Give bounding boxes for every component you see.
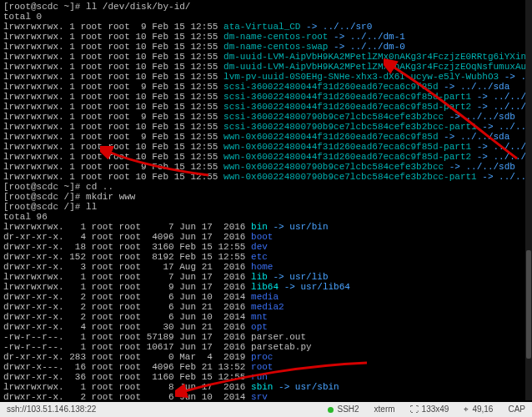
list-item: drwxr-xr-x. 18 root root 3160 Feb 15 12:… [3, 242, 251, 252]
device-name: scsi-3600224800790b9ce7lcbc584cefe3b2bcc [223, 112, 444, 122]
file-name: mnt [251, 312, 268, 322]
list-item: lrwxrwxrwx. 1 root root 8 Jun 17 2016 [3, 382, 251, 392]
symlink-target: -> ../../sda2 [471, 102, 532, 112]
list-item: drwxr-xr-x. 36 root root 1160 Feb 15 12:… [3, 372, 251, 382]
symlink-target: -> ../../sda1 [471, 142, 532, 152]
symlink-target: -> ../../dm-0 [328, 42, 404, 52]
device-name: dm-name-centos-root [223, 32, 328, 42]
status-caps[interactable]: CAP [506, 402, 527, 417]
device-name: wwn-0x600224800790b9ce7lcbc584cefe3b2bcc [223, 162, 444, 172]
list-item: drwxr-xr-x. 2 root root 6 Jun 10 2014 [3, 312, 251, 322]
terminal[interactable]: [root@scdc ~]# ll /dev/disk/by-id/ total… [0, 0, 532, 402]
symlink-target: -> ../../sdb1 [477, 172, 532, 182]
device-name: dm-name-centos-swap [223, 42, 328, 52]
symlink-target: -> ../../dm-1 [328, 32, 404, 42]
list-item: drwxr-x---. 16 root root 4096 Feb 21 13:… [3, 362, 251, 372]
list-item: lrwxrwxrwx. 1 root root 10 Feb 15 12:55 [3, 52, 223, 62]
symlink-target: -> ../../sda1 [471, 92, 532, 102]
file-name: run [251, 372, 268, 382]
device-name: scsi-3600224800790b9ce7lcbc584cefe3b2bcc… [223, 122, 477, 132]
status-pos: ⌖49,16 [462, 402, 494, 417]
file-name: srv [251, 392, 268, 402]
list-item: lrwxrwxrwx. 1 root root 10 Feb 15 12:55 [3, 172, 223, 182]
file-name: bin [251, 222, 268, 232]
file-name: proc [251, 352, 273, 362]
list-item: lrwxrwxrwx. 1 root root 9 Feb 15 12:55 [3, 162, 223, 172]
file-name: home [251, 262, 273, 272]
symlink-target: -> usr/bin [268, 222, 329, 232]
device-name: wwn-0x60022480044f31d260ead67eca6c9f85d [223, 132, 438, 142]
output-line: total 96 [3, 212, 48, 222]
device-name: ata-Virtual_CD [223, 22, 300, 32]
list-item: lrwxrwxrwx. 1 root root 10 Feb 15 12:55 [3, 62, 223, 72]
status-term: xterm [373, 402, 397, 417]
symlink-target: -> ../../sdb1 [477, 122, 532, 132]
file-name: parser.out [251, 332, 306, 342]
output-line: total 0 [3, 12, 42, 22]
symlink-target: -> ../../sr0 [300, 22, 372, 32]
cmd-text: cd .. [86, 182, 113, 192]
symlink-target: -> ../../sda2 [471, 152, 532, 162]
list-item: drwxr-xr-x. 2 root root 6 Jun 21 2016 [3, 302, 251, 312]
list-item: lrwxrwxrwx. 1 root root 10 Feb 15 12:55 [3, 32, 223, 42]
file-name: opt [251, 322, 268, 332]
device-name: scsi-360022480044f31d260ead67eca6c9f85d [223, 82, 438, 92]
device-name: scsi-360022480044f31d260ead67eca6c9f85d-… [223, 92, 471, 102]
scrollbar-thumb[interactable] [526, 250, 531, 359]
list-item: -rw-r--r--. 1 root root 57189 Jun 17 201… [3, 332, 251, 342]
status-ssh: SSH2 [326, 402, 360, 417]
list-item: drwxr-xr-x. 152 root root 8192 Feb 15 12… [3, 252, 251, 262]
device-name: dm-uuid-LVM-AipVbH9KA2MPetlZMx0nAKg3r4Fc… [223, 62, 532, 72]
status-host: ssh://103.51.146.138:22 [5, 402, 98, 417]
list-item: drwxr-xr-x. 2 root root 6 Jun 10 2014 [3, 292, 251, 302]
device-name: wwn-0x60022480044f31d260ead67eca6c9f85d-… [223, 142, 471, 152]
prompt: [root@scdc /]# [3, 202, 80, 212]
list-item: dr-xr-xr-x. 283 root root 0 Mar 4 2019 [3, 352, 251, 362]
symlink-target: -> usr/lib64 [279, 282, 350, 292]
symlink-target: -> usr/lib [268, 272, 329, 282]
list-item: lrwxrwxrwx. 1 root root 7 Jun 17 2016 [3, 272, 251, 282]
list-item: lrwxrwxrwx. 1 root root 9 Feb 15 12:55 [3, 82, 223, 92]
file-name: media [251, 292, 279, 302]
list-item: lrwxrwxrwx. 1 root root 9 Feb 15 12:55 [3, 22, 223, 32]
file-name: lib64 [251, 282, 279, 292]
device-name: dm-uuid-LVM-AipVbH9KA2MPetlZMx0nAKg3r4Fc… [223, 52, 532, 62]
file-name: etc [251, 252, 268, 262]
list-item: lrwxrwxrwx. 1 root root 9 Feb 15 12:55 [3, 132, 223, 142]
device-name: lvm-pv-uuid-0S0EHg-SNHe-xhx3-dX6I-ucyw-e… [223, 72, 499, 82]
file-name: lib [251, 272, 268, 282]
scrollbar[interactable] [525, 0, 532, 400]
list-item: lrwxrwxrwx. 1 root root 10 Feb 15 12:55 [3, 42, 223, 52]
list-item: lrwxrwxrwx. 1 root root 7 Jun 17 2016 [3, 222, 251, 232]
list-item: drwxr-xr-x. 3 root root 17 Aug 21 2016 [3, 262, 251, 272]
file-name: media2 [251, 302, 284, 312]
list-item: drwxr-xr-x. 2 root root 6 Jun 10 2014 [3, 392, 251, 402]
cmd-text: ll [86, 202, 97, 212]
file-name: sbin [251, 382, 273, 392]
file-name: dev [251, 242, 268, 252]
status-size: ⛶133x49 [409, 402, 451, 417]
prompt: [root@scdc ~]# [3, 182, 80, 192]
list-item: dr-xr-xr-x. 4 root root 4096 Jun 17 2016 [3, 232, 251, 242]
file-name: parsetab.py [251, 342, 312, 352]
prompt: [root@scdc /]# [3, 192, 80, 202]
symlink-target: -> ../../sdb [444, 162, 515, 172]
file-name: root [251, 362, 273, 372]
cmd-text: ll /dev/disk/by-id/ [86, 2, 190, 12]
list-item: lrwxrwxrwx. 1 root root 10 Feb 15 12:55 [3, 142, 223, 152]
prompt: [root@scdc ~]# [3, 2, 80, 12]
device-name: wwn-0x60022480044f31d260ead67eca6c9f85d-… [223, 152, 471, 162]
list-item: drwxr-xr-x. 4 root root 30 Jun 21 2016 [3, 322, 251, 332]
list-item: lrwxrwxrwx. 1 root root 9 Feb 15 12:55 [3, 112, 223, 122]
symlink-target: -> ../../sda [439, 82, 510, 92]
list-item: -rw-r--r--. 1 root root 10617 Jun 17 201… [3, 342, 251, 352]
list-item: lrwxrwxrwx. 1 root root 10 Feb 15 12:55 [3, 102, 223, 112]
status-bar: ssh://103.51.146.138:22 SSH2 xterm ⛶133x… [0, 402, 532, 417]
symlink-target: -> ../../sda [439, 132, 510, 142]
list-item: lrwxrwxrwx. 1 root root 10 Feb 15 12:55 [3, 152, 223, 162]
list-item: lrwxrwxrwx. 1 root root 10 Feb 15 12:55 [3, 92, 223, 102]
list-item: lrwxrwxrwx. 1 root root 9 Jun 17 2016 [3, 282, 251, 292]
device-name: wwn-0x600224800790b9ce7lcbc584cefe3b2bcc… [223, 172, 477, 182]
symlink-target: -> ../../sdb [444, 112, 515, 122]
device-name: scsi-360022480044f31d260ead67eca6c9f85d-… [223, 102, 471, 112]
